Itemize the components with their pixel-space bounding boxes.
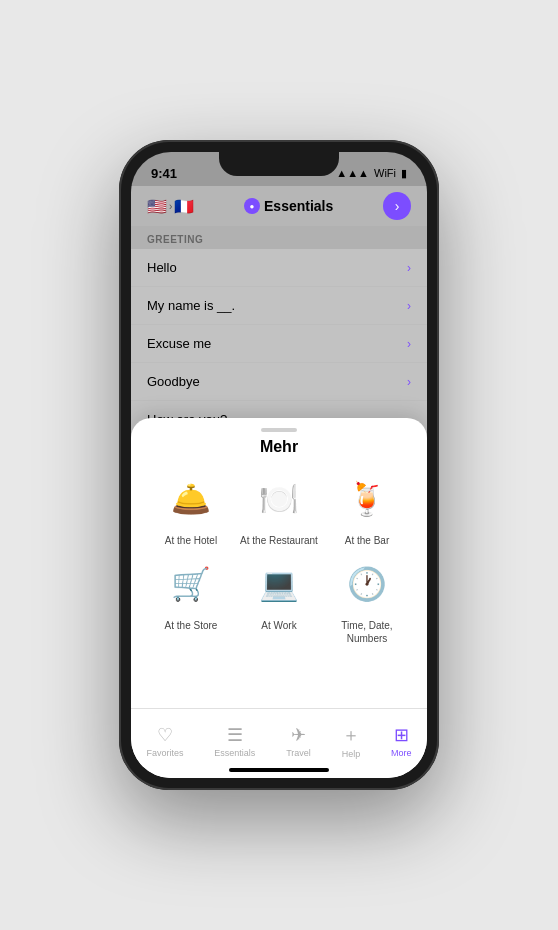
- grid-item-hotel[interactable]: 🛎️ At the Hotel: [151, 470, 231, 547]
- restaurant-label: At the Restaurant: [240, 534, 318, 547]
- time-icon: 🕐: [338, 555, 396, 613]
- forward-icon: ›: [395, 198, 400, 214]
- tab-essentials[interactable]: ☰ Essentials: [214, 724, 255, 758]
- flag-to: 🇫🇷: [174, 197, 194, 216]
- flag-from: 🇺🇸: [147, 197, 167, 216]
- status-time: 9:41: [151, 166, 177, 181]
- flag-arrow: ›: [169, 201, 172, 212]
- notch: [219, 152, 339, 176]
- essentials-tab-icon: ☰: [227, 724, 243, 746]
- list-item[interactable]: Hello ›: [131, 249, 427, 287]
- work-icon: 💻: [250, 555, 308, 613]
- store-label: At the Store: [165, 619, 218, 632]
- sheet-handle: [261, 428, 297, 432]
- tab-favorites[interactable]: ♡ Favorites: [146, 724, 183, 758]
- phone-screen: 9:41 ▲▲▲ WiFi ▮ 🇺🇸 › 🇫🇷 ● Essentials ›: [131, 152, 427, 778]
- work-label: At Work: [261, 619, 296, 632]
- nav-title-text: Essentials: [264, 198, 333, 214]
- status-icons: ▲▲▲ WiFi ▮: [336, 167, 407, 180]
- bottom-sheet: Mehr 🛎️ At the Hotel 🍽️ At the Restauran…: [131, 418, 427, 778]
- language-flags[interactable]: 🇺🇸 › 🇫🇷: [147, 197, 194, 216]
- help-icon: ＋: [342, 723, 360, 747]
- tab-more-label: More: [391, 748, 412, 758]
- phone-frame: 9:41 ▲▲▲ WiFi ▮ 🇺🇸 › 🇫🇷 ● Essentials ›: [119, 140, 439, 790]
- wifi-icon: WiFi: [374, 167, 396, 179]
- sheet-title: Mehr: [131, 438, 427, 456]
- tab-travel[interactable]: ✈ Travel: [286, 724, 311, 758]
- grid-item-work[interactable]: 💻 At Work: [239, 555, 319, 645]
- time-label: Time, Date, Numbers: [327, 619, 407, 645]
- nav-bar: 🇺🇸 › 🇫🇷 ● Essentials ›: [131, 186, 427, 226]
- grid-item-restaurant[interactable]: 🍽️ At the Restaurant: [239, 470, 319, 547]
- chevron-icon: ›: [407, 375, 411, 389]
- section-header: GREETING: [131, 226, 427, 249]
- tab-more[interactable]: ⊞ More: [391, 724, 412, 758]
- nav-forward-button[interactable]: ›: [383, 192, 411, 220]
- grid-item-time[interactable]: 🕐 Time, Date, Numbers: [327, 555, 407, 645]
- restaurant-icon: 🍽️: [250, 470, 308, 528]
- list-item-text: Hello: [147, 260, 177, 275]
- list-item[interactable]: My name is __. ›: [131, 287, 427, 325]
- nav-title: ● Essentials: [244, 198, 333, 214]
- list-item-text: My name is __.: [147, 298, 235, 313]
- essentials-icon: ●: [244, 198, 260, 214]
- chevron-icon: ›: [407, 299, 411, 313]
- list-item[interactable]: Excuse me ›: [131, 325, 427, 363]
- tab-help[interactable]: ＋ Help: [342, 723, 361, 759]
- tab-travel-label: Travel: [286, 748, 311, 758]
- hotel-label: At the Hotel: [165, 534, 217, 547]
- list-item-text: Excuse me: [147, 336, 211, 351]
- store-icon: 🛒: [162, 555, 220, 613]
- bar-label: At the Bar: [345, 534, 389, 547]
- home-indicator: [229, 768, 329, 772]
- signal-icon: ▲▲▲: [336, 167, 369, 179]
- chevron-icon: ›: [407, 337, 411, 351]
- hotel-icon: 🛎️: [162, 470, 220, 528]
- grid-item-store[interactable]: 🛒 At the Store: [151, 555, 231, 645]
- list-item-text: Goodbye: [147, 374, 200, 389]
- more-icon: ⊞: [394, 724, 409, 746]
- grid-item-bar[interactable]: 🍹 At the Bar: [327, 470, 407, 547]
- grid-container: 🛎️ At the Hotel 🍽️ At the Restaurant 🍹 A…: [131, 470, 427, 645]
- chevron-icon: ›: [407, 261, 411, 275]
- tab-favorites-label: Favorites: [146, 748, 183, 758]
- battery-icon: ▮: [401, 167, 407, 180]
- travel-icon: ✈: [291, 724, 306, 746]
- tab-help-label: Help: [342, 749, 361, 759]
- list-item[interactable]: Goodbye ›: [131, 363, 427, 401]
- tab-essentials-label: Essentials: [214, 748, 255, 758]
- favorites-icon: ♡: [157, 724, 173, 746]
- bar-icon: 🍹: [338, 470, 396, 528]
